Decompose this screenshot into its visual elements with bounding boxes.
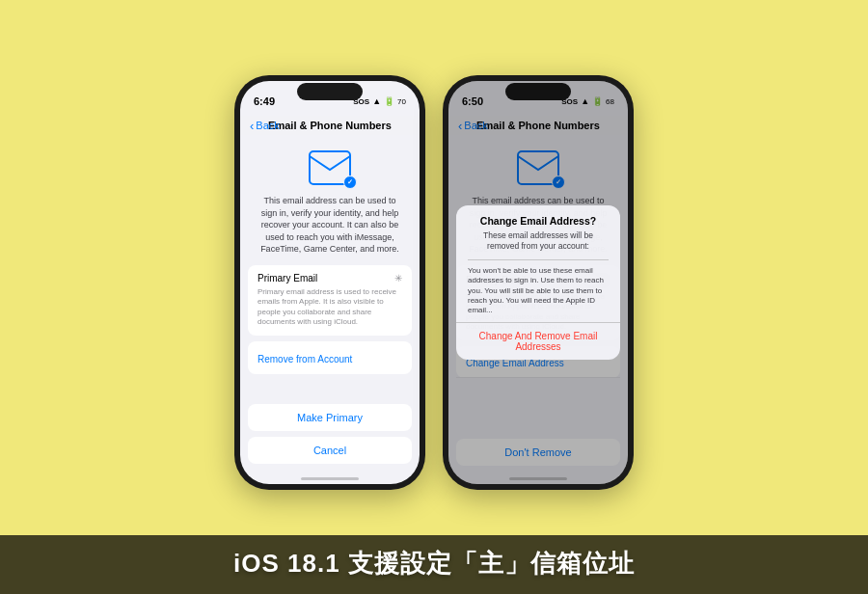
primary-email-section-left: Primary Email ✳ Primary email address is… — [248, 265, 412, 336]
status-time-left: 6:49 — [254, 95, 275, 107]
email-icon-section-left — [240, 135, 420, 195]
phone-left: 6:49 SOS ▲ 🔋 70 ‹ Back Email & Pho — [234, 75, 425, 490]
change-and-remove-button[interactable]: Change And Remove Email Addresses — [456, 322, 620, 360]
email-verified-badge-left — [343, 176, 357, 189]
modal-overlay-right: Change Email Address? These email addres… — [448, 81, 628, 484]
cancel-button-left[interactable]: Cancel — [248, 437, 412, 464]
modal-title-right: Change Email Address? — [456, 205, 620, 230]
dynamic-island-left — [297, 83, 363, 100]
home-indicator-left — [301, 477, 359, 480]
phones-container: 6:49 SOS ▲ 🔋 70 ‹ Back Email & Pho — [234, 75, 634, 490]
battery-icon-left: 🔋 — [384, 96, 394, 106]
remove-from-account-button[interactable]: Remove from Account — [258, 354, 352, 364]
remove-btn-section-left: Remove from Account — [248, 341, 412, 374]
modal-subtitle-right: These email addresses will be removed fr… — [456, 230, 620, 259]
back-label-left: Back — [256, 120, 279, 131]
back-button-left[interactable]: ‹ Back — [250, 120, 280, 132]
battery-pct-left: 70 — [397, 97, 406, 106]
back-chevron-left: ‹ — [250, 120, 254, 132]
make-primary-button[interactable]: Make Primary — [248, 404, 412, 431]
primary-email-label-left: Primary Email — [258, 273, 317, 284]
description-left: This email address can be used to sign i… — [240, 195, 420, 265]
background: 6:49 SOS ▲ 🔋 70 ‹ Back Email & Pho — [0, 0, 868, 594]
bottom-banner: iOS 18.1 支援設定「主」信箱位址 — [0, 535, 868, 594]
phone-right: 6:50 SOS ▲ 🔋 68 ‹ Back Email & Pho — [443, 75, 634, 490]
email-icon-left — [309, 150, 351, 185]
bottom-buttons-left: Make Primary Cancel — [240, 400, 420, 473]
phone-right-screen: 6:50 SOS ▲ 🔋 68 ‹ Back Email & Pho — [448, 81, 628, 484]
modal-box-right: Change Email Address? These email addres… — [456, 205, 620, 360]
settings-spinner-icon-left: ✳ — [394, 273, 402, 284]
primary-email-row-left: Primary Email ✳ — [258, 273, 402, 284]
phone-left-screen: 6:49 SOS ▲ 🔋 70 ‹ Back Email & Pho — [240, 81, 420, 484]
status-icons-left: SOS ▲ 🔋 70 — [353, 96, 406, 106]
modal-body-text-right: You won't be able to use these email add… — [456, 260, 620, 322]
bottom-banner-text: iOS 18.1 支援設定「主」信箱位址 — [19, 549, 849, 579]
primary-email-sublabel-left: Primary email address is used to receive… — [258, 287, 402, 328]
wifi-icon-left: ▲ — [372, 96, 381, 106]
nav-bar-left: ‹ Back Email & Phone Numbers — [240, 116, 420, 135]
nav-title-left: Email & Phone Numbers — [268, 120, 392, 131]
